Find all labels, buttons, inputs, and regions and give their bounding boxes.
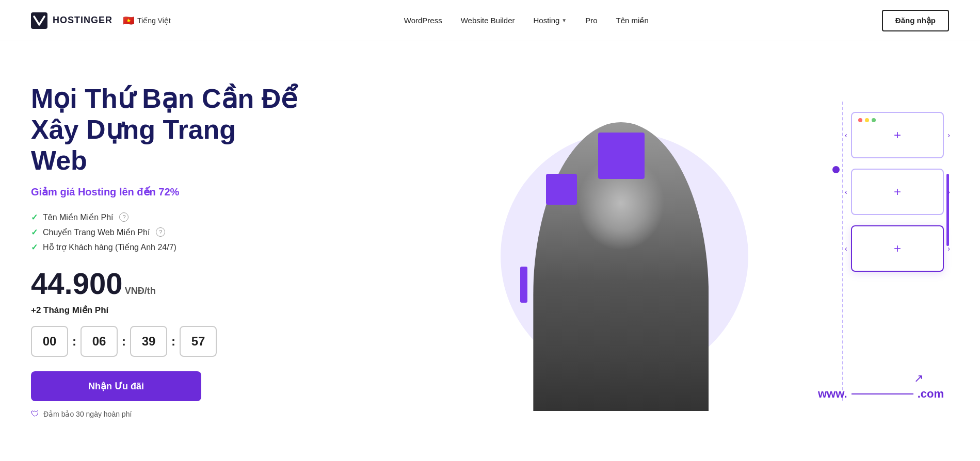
- vert-bar: [946, 174, 949, 246]
- flag-icon: 🇻🇳: [123, 15, 134, 26]
- hero-visual: ‹ + › ‹ + › ‹ + › www. .com ↗: [299, 71, 949, 432]
- feature-list: ✓ Tên Miền Miền Phí ? ✓ Chuyển Trang Web…: [31, 212, 299, 252]
- main-nav: WordPress Website Builder Hosting ▼ Pro …: [404, 16, 649, 25]
- domain-bar: www. .com: [818, 387, 944, 401]
- feature-item-1: ✓ Tên Miền Miền Phí ?: [31, 212, 299, 222]
- purple-square-small: [546, 174, 577, 205]
- logo[interactable]: HOSTINGER: [31, 12, 113, 29]
- subtitle-plain: Giảm giá Hosting lên đến: [31, 186, 158, 197]
- countdown-frames: 57: [180, 326, 217, 357]
- countdown-minutes: 06: [81, 326, 118, 357]
- plus-icon-3: +: [894, 241, 901, 256]
- countdown-sep-1: :: [72, 334, 76, 349]
- nav-wordpress[interactable]: WordPress: [404, 16, 442, 25]
- feature-text-2: Chuyển Trang Web Miền Phí: [43, 227, 150, 237]
- countdown-seconds: 39: [130, 326, 167, 357]
- active-edit-card: ‹ + ›: [851, 225, 944, 272]
- cta-button[interactable]: Nhận Ưu đãi: [31, 371, 201, 401]
- domain-underline: [852, 393, 913, 394]
- check-icon-3: ✓: [31, 242, 38, 252]
- price-block: 44.900 VNĐ/th: [31, 269, 299, 299]
- feature-text-1: Tên Miền Miền Phí: [43, 212, 113, 222]
- subtitle-highlight: 72%: [158, 186, 179, 197]
- guarantee: 🛡 Đảm bảo 30 ngày hoàn phí: [31, 409, 299, 419]
- nav-pro[interactable]: Pro: [585, 16, 597, 25]
- ui-cards: ‹ + › ‹ + › ‹ + ›: [851, 112, 944, 272]
- arrow-right-icon-1: ›: [947, 131, 950, 139]
- hero-title: Mọi Thứ Bạn Cần Để Xây Dựng Trang Web: [31, 84, 299, 176]
- nav-website-builder[interactable]: Website Builder: [461, 16, 515, 25]
- dashed-line: [842, 102, 843, 401]
- lang-selector[interactable]: 🇻🇳 Tiếng Việt: [123, 15, 171, 26]
- domain-prefix: www.: [818, 387, 847, 401]
- svg-rect-0: [31, 12, 47, 29]
- lang-label: Tiếng Việt: [137, 17, 171, 25]
- browser-dots: [858, 118, 876, 122]
- countdown-sep-3: :: [171, 334, 175, 349]
- left-content: Mọi Thứ Bạn Cần Để Xây Dựng Trang Web Gi…: [31, 84, 299, 418]
- countdown-sep-2: :: [122, 334, 126, 349]
- browser-card: ‹ + ›: [851, 112, 944, 158]
- dot-green: [872, 118, 876, 122]
- shield-icon: 🛡: [31, 409, 39, 419]
- help-icon-1[interactable]: ?: [119, 212, 128, 222]
- feature-text-3: Hỗ trợ Khách hàng (Tiếng Anh 24/7): [43, 242, 176, 252]
- header: HOSTINGER 🇻🇳 Tiếng Việt WordPress Websit…: [0, 0, 980, 41]
- purple-square-large: [598, 133, 645, 179]
- price-number: 44.900: [31, 267, 122, 300]
- logo-text: HOSTINGER: [53, 15, 113, 26]
- check-icon-1: ✓: [31, 212, 38, 222]
- cursor-icon: ↗: [914, 372, 923, 385]
- header-left: HOSTINGER 🇻🇳 Tiếng Việt: [31, 12, 171, 29]
- nav-hosting[interactable]: Hosting ▼: [533, 16, 567, 25]
- price-bonus: +2 Tháng Miền Phí: [31, 305, 299, 316]
- price-unit: VNĐ/th: [125, 286, 156, 296]
- arrow-right-icon-3: ›: [947, 244, 950, 253]
- arrow-right-icon-2: ›: [947, 188, 950, 196]
- help-icon-2[interactable]: ?: [156, 227, 165, 237]
- domain-suffix: .com: [918, 387, 944, 401]
- feature-item-3: ✓ Hỗ trợ Khách hàng (Tiếng Anh 24/7): [31, 242, 299, 252]
- arrow-left-icon-1: ‹: [845, 131, 847, 139]
- countdown-timer: 00 : 06 : 39 : 57: [31, 326, 299, 357]
- dot-yellow: [865, 118, 869, 122]
- main-content: Mọi Thứ Bạn Cần Để Xây Dựng Trang Web Gi…: [0, 41, 980, 461]
- feature-item-2: ✓ Chuyển Trang Web Miền Phí ?: [31, 227, 299, 237]
- content-card: ‹ + ›: [851, 169, 944, 215]
- arrow-left-icon-3: ‹: [845, 244, 847, 253]
- hero-subtitle: Giảm giá Hosting lên đến 72%: [31, 186, 299, 198]
- nav-ten-mien[interactable]: Tên miền: [616, 16, 649, 25]
- chevron-down-icon: ▼: [561, 18, 567, 23]
- dot-red: [858, 118, 862, 122]
- logo-icon: [31, 12, 47, 29]
- purple-bar: [520, 267, 527, 303]
- plus-icon-1: +: [894, 128, 901, 142]
- plus-icon-2: +: [894, 185, 901, 199]
- guarantee-text: Đảm bảo 30 ngày hoàn phí: [43, 410, 132, 418]
- check-icon-2: ✓: [31, 227, 38, 237]
- countdown-hours: 00: [31, 326, 68, 357]
- login-button[interactable]: Đăng nhập: [882, 10, 949, 31]
- arrow-left-icon-2: ‹: [845, 188, 847, 196]
- blue-dot: [832, 166, 840, 173]
